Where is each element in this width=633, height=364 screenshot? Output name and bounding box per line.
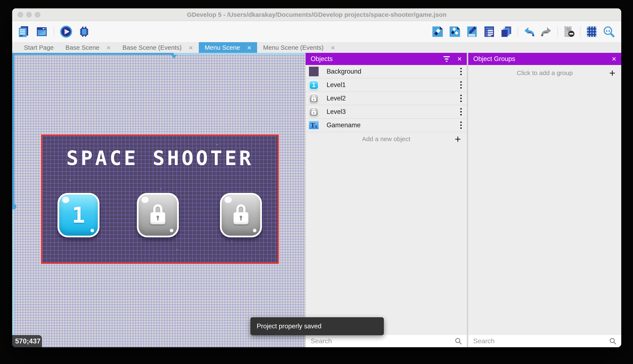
project-manager-icon — [18, 26, 30, 38]
level1-button-object[interactable]: 1 — [58, 193, 100, 237]
tab-label: Menu Scene (Events) — [263, 44, 324, 51]
tab-base-scene[interactable]: Base Scene × — [60, 42, 117, 53]
toolbar-separator — [557, 26, 558, 37]
plus-icon[interactable]: + — [609, 68, 615, 78]
object-name: Background — [327, 68, 361, 75]
kebab-menu-icon[interactable] — [460, 108, 462, 116]
object-name: Gamename — [327, 122, 361, 129]
toggle-mask-button[interactable] — [563, 26, 575, 38]
kebab-menu-icon[interactable] — [460, 68, 462, 75]
add-object-group-button[interactable] — [449, 26, 461, 38]
locked-button-thumbnail — [309, 107, 319, 116]
window-title: GDevelop 5 - /Users/dkarakay/Documents/G… — [12, 8, 621, 21]
add-object-button[interactable] — [432, 26, 444, 38]
close-window-button[interactable] — [18, 12, 23, 18]
close-icon[interactable]: × — [612, 55, 616, 63]
toolbar: 1:1 — [12, 21, 621, 42]
tab-close-icon[interactable]: × — [189, 44, 193, 51]
kebab-menu-icon[interactable] — [460, 122, 462, 129]
grid-button[interactable] — [585, 26, 598, 38]
tab-close-icon[interactable]: × — [331, 44, 335, 51]
add-object-icon — [432, 26, 443, 37]
plus-icon[interactable]: + — [455, 134, 461, 144]
star-decoration — [177, 249, 178, 250]
debug-button[interactable] — [78, 26, 90, 38]
layers-button[interactable] — [500, 26, 512, 38]
level1-number: 1 — [59, 194, 98, 236]
undo-button[interactable] — [523, 26, 535, 38]
maximize-window-button[interactable] — [35, 12, 40, 18]
locked-button-thumbnail — [309, 94, 319, 103]
groups-search-input[interactable] — [468, 335, 621, 347]
object-row-level1[interactable]: 1 Level1 — [305, 78, 467, 92]
level3-button-object[interactable] — [220, 193, 262, 237]
debug-icon — [78, 26, 90, 38]
groups-search-bar — [468, 335, 621, 347]
gdevelop-window: GDevelop 5 - /Users/dkarakay/Documents/G… — [12, 8, 621, 347]
close-icon[interactable]: × — [457, 55, 462, 63]
add-object-group-icon — [449, 26, 460, 37]
titlebar: GDevelop 5 - /Users/dkarakay/Documents/G… — [12, 8, 621, 21]
tabbar: Start Page Base Scene × Base Scene (Even… — [12, 42, 621, 53]
object-name: Level3 — [327, 108, 346, 116]
kebab-menu-icon[interactable] — [460, 95, 462, 102]
tab-close-icon[interactable]: × — [247, 44, 251, 51]
background-object-selected[interactable]: SPACE SHOOTER 1 — [41, 134, 279, 264]
object-groups-panel-title: Object Groups — [473, 55, 515, 63]
object-row-level2[interactable]: Level2 — [305, 92, 467, 105]
level2-button-object[interactable] — [137, 193, 179, 237]
horizontal-scrollbar-fill — [12, 53, 174, 55]
add-group-row[interactable]: Click to add a group + — [468, 65, 621, 81]
add-new-object-row[interactable]: Add a new object + — [305, 132, 467, 146]
objects-search-input[interactable] — [305, 335, 467, 347]
kebab-menu-icon[interactable] — [460, 81, 462, 89]
vertical-scrollbar-fill — [12, 53, 14, 206]
panel-divider[interactable] — [467, 53, 468, 347]
text-object-thumbnail: Tx — [309, 120, 319, 130]
objects-panel: Objects × Background 1 Level1 Level2 — [305, 53, 467, 347]
horizontal-scrollbar[interactable] — [12, 53, 305, 55]
object-groups-panel-header: Object Groups × — [468, 53, 621, 65]
project-manager-button[interactable] — [18, 26, 30, 38]
add-new-object-label: Add a new object — [362, 136, 410, 142]
zoom-original-button[interactable]: 1:1 — [603, 26, 615, 38]
tab-menu-scene-events[interactable]: Menu Scene (Events) × — [257, 42, 341, 53]
lock-icon — [233, 204, 248, 224]
edit-scene-properties-button[interactable] — [466, 26, 478, 38]
minimize-window-button[interactable] — [26, 12, 32, 18]
filter-icon[interactable] — [444, 56, 450, 62]
preview-window-button[interactable] — [36, 26, 48, 38]
redo-button[interactable] — [540, 26, 552, 38]
game-title-text-object[interactable]: SPACE SHOOTER — [42, 147, 277, 170]
search-icon — [455, 337, 462, 345]
instances-list-icon — [484, 26, 495, 37]
object-row-gamename[interactable]: Tx Gamename — [305, 119, 467, 132]
objects-panel-header: Objects × — [305, 53, 467, 65]
horizontal-scroll-marker[interactable] — [171, 55, 177, 58]
instances-list-button[interactable] — [483, 26, 495, 38]
tab-close-icon[interactable]: × — [107, 44, 111, 51]
add-group-label: Click to add a group — [517, 70, 573, 76]
tab-base-scene-events[interactable]: Base Scene (Events) × — [117, 42, 199, 53]
object-row-level3[interactable]: Level3 — [305, 105, 467, 119]
star-decoration — [70, 180, 71, 181]
toolbar-left-group — [18, 21, 90, 42]
object-name: Level2 — [327, 94, 346, 102]
lock-icon — [150, 204, 165, 224]
star-decoration — [217, 144, 218, 145]
toolbar-right-group: 1:1 — [432, 21, 615, 42]
scene-editor-canvas[interactable]: SPACE SHOOTER 1 570;437 — [12, 53, 305, 347]
edit-properties-icon — [466, 26, 478, 37]
object-row-background[interactable]: Background — [305, 65, 467, 78]
tab-menu-scene[interactable]: Menu Scene × — [199, 42, 257, 53]
vertical-scrollbar[interactable] — [12, 53, 14, 347]
play-icon — [60, 25, 72, 38]
objects-panel-title: Objects — [311, 55, 333, 63]
toolbar-separator — [518, 26, 518, 37]
play-preview-button[interactable] — [60, 26, 72, 38]
tab-label: Base Scene (Events) — [122, 44, 182, 51]
toast-message: Project properly saved — [257, 322, 321, 330]
vertical-scroll-marker[interactable] — [12, 204, 16, 210]
tab-start-page[interactable]: Start Page — [18, 42, 60, 53]
object-name: Level1 — [327, 81, 346, 89]
